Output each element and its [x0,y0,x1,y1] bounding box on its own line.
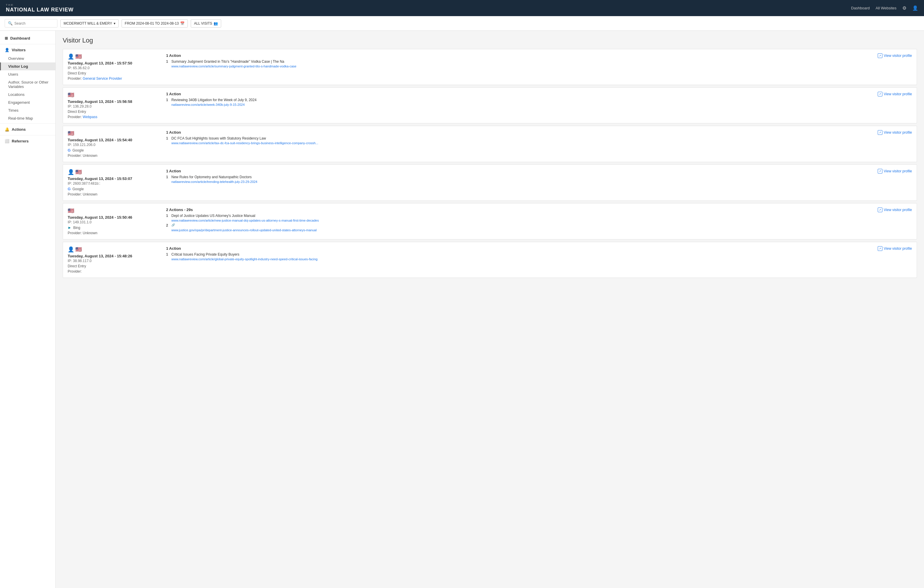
log-entry-left: 👤🇺🇸Tuesday, August 13, 2024 - 15:57:50IP… [68,53,162,81]
flag-icon: 🇺🇸 [75,53,82,60]
log-entry-middle: 1 Action1Summary Judgment Granted in Tit… [166,53,873,81]
log-action-item: 1New Rules for Optometry and Naturopathi… [166,175,873,179]
users-label: Users [8,72,18,76]
action-url[interactable]: www.natlawreview.com/article/summary-jud… [166,64,873,68]
sidebar-item-overview[interactable]: Overview [0,55,55,63]
action-number: 2 [166,223,170,228]
log-entry-left: 🇺🇸Tuesday, August 13, 2024 - 15:50:46IP:… [68,208,162,235]
company-filter-button[interactable]: MCDERMOTT WILL & EMERY ▾ [60,19,119,28]
visits-filter-button[interactable]: ALL VISITS 👥 [191,19,221,28]
action-number: 1 [166,59,170,64]
logo-name: NATIONAL LAW REVIEW [6,7,74,13]
realtime-map-label: Real-time Map [8,116,33,121]
action-title: Dept of Justice Updates US Attorney's Ju… [172,214,255,218]
log-entry-right: ↗ View visitor profile [878,130,912,158]
google-icon: G [68,187,71,191]
sidebar-item-locations[interactable]: Locations [0,91,55,99]
action-number: 1 [166,98,170,102]
view-visitor-profile-button[interactable]: ↗ View visitor profile [878,246,912,251]
entry-actions-count: 1 Action [166,130,873,135]
entry-flags: 🇺🇸 [68,208,162,214]
profile-icon: ↗ [878,53,883,58]
sidebar-item-dashboard[interactable]: ⊞ Dashboard [0,34,55,43]
entry-provider: Provider: Unknown [68,154,162,158]
person-icon: 👥 [214,21,218,25]
action-url-link[interactable]: natlawreview.com/article/trending-telehe… [172,180,257,183]
gear-icon[interactable]: ⚙ [903,5,906,11]
sidebar-item-users[interactable]: Users [0,70,55,78]
action-url-link[interactable]: www.justice.gov/opa/pr/department-justic… [172,228,317,232]
search-input[interactable] [14,21,54,25]
view-visitor-profile-button[interactable]: ↗ View visitor profile [878,92,912,96]
action-url[interactable]: www.natlawreview.com/article/new-justice… [166,219,873,222]
entry-actions-count: 1 Action [166,246,873,251]
nav-all-websites[interactable]: All Websites [876,6,896,10]
entry-datetime: Tuesday, August 13, 2024 - 15:53:07 [68,177,162,181]
flag-icon: 👤 [68,246,74,253]
provider-link[interactable]: Webpass [82,115,97,119]
profile-icon: ↗ [878,169,883,173]
sidebar-item-author-source[interactable]: Author, Source or Other Variables [0,78,55,91]
sidebar-item-realtime-map[interactable]: Real-time Map [0,114,55,122]
action-url-link[interactable]: www.natlawreview.com/article/new-justice… [172,219,319,222]
profile-icon: ↗ [878,208,883,212]
sidebar-item-times[interactable]: Times [0,106,55,114]
calendar-icon: 📅 [180,21,185,25]
date-filter-button[interactable]: FROM 2024-08-01 TO 2024-08-13 📅 [122,19,188,28]
sidebar-item-actions[interactable]: 🔔 Actions [0,125,55,134]
view-visitor-profile-button[interactable]: ↗ View visitor profile [878,130,912,135]
action-url[interactable]: www.natlawreview.com/article/tax-dc-fca-… [166,141,873,145]
view-profile-label: View visitor profile [884,130,912,135]
action-url[interactable]: www.natlawreview.com/article/global-priv… [166,258,873,261]
times-label: Times [8,108,18,112]
visits-filter-label: ALL VISITS [194,21,212,25]
entry-source: GGoogle [68,148,162,152]
sidebar-visitors-label: Visitors [12,48,25,52]
entry-datetime: Tuesday, August 13, 2024 - 15:57:50 [68,61,162,65]
log-entry: 🇺🇸Tuesday, August 13, 2024 - 15:56:58IP:… [63,88,917,124]
company-filter-label: MCDERMOTT WILL & EMERY [64,21,112,25]
entry-datetime: Tuesday, August 13, 2024 - 15:48:26 [68,254,162,258]
entry-provider: Provider: General Service Provider [68,76,162,81]
action-url-link[interactable]: www.natlawreview.com/article/global-priv… [172,258,318,261]
entry-provider: Provider: Unknown [68,192,162,197]
sidebar-item-engagement[interactable]: Engagement [0,99,55,106]
action-url-link[interactable]: www.natlawreview.com/article/tax-dc-fca-… [172,141,318,145]
action-url[interactable]: natlawreview.com/article/trending-telehe… [166,180,873,183]
author-source-label: Author, Source or Other Variables [8,80,48,89]
flag-icon: 👤 [68,169,74,175]
entry-flags: 👤🇺🇸 [68,53,162,60]
action-url[interactable]: natlawreview.com/article/week-340b-july-… [166,103,873,106]
user-icon[interactable]: 👤 [912,5,918,11]
sidebar-item-visitor-log[interactable]: Visitor Log [0,63,55,70]
entry-source: ►Bing [68,225,162,230]
view-visitor-profile-button[interactable]: ↗ View visitor profile [878,169,912,173]
action-url[interactable]: www.justice.gov/opa/pr/department-justic… [166,228,873,232]
entry-actions-count: 1 Action [166,92,873,96]
log-entry-right: ↗ View visitor profile [878,208,912,235]
entry-type: Direct Entry [68,110,162,114]
search-box[interactable]: 🔍 [5,19,58,28]
sidebar-item-visitors[interactable]: 👤 Visitors [0,45,55,55]
provider-link[interactable]: General Service Provider [82,76,122,81]
log-entry-left: 👤🇺🇸Tuesday, August 13, 2024 - 15:48:26IP… [68,246,162,274]
action-url-link[interactable]: www.natlawreview.com/article/summary-jud… [172,64,297,68]
log-entry-left: 🇺🇸Tuesday, August 13, 2024 - 15:54:40IP:… [68,130,162,158]
action-title: New Rules for Optometry and Naturopathic… [172,175,252,179]
entry-ip: IP: 149.101.1.0 [68,220,162,224]
entry-flags: 👤🇺🇸 [68,169,162,175]
view-visitor-profile-button[interactable]: ↗ View visitor profile [878,53,912,58]
log-action-item: 1Dept of Justice Updates US Attorney's J… [166,214,873,218]
view-profile-label: View visitor profile [884,246,912,251]
page-title: Visitor Log [63,36,917,44]
google-icon: G [68,148,71,152]
visitors-icon: 👤 [5,48,9,52]
nav-dashboard[interactable]: Dashboard [851,6,870,10]
action-url-link[interactable]: natlawreview.com/article/week-340b-july-… [172,103,245,106]
visitor-log-entries: 👤🇺🇸Tuesday, August 13, 2024 - 15:57:50IP… [63,49,917,278]
view-visitor-profile-button[interactable]: ↗ View visitor profile [878,208,912,212]
entry-type: Direct Entry [68,264,162,268]
sidebar-item-referrers[interactable]: ⬜ Referrers [0,137,55,146]
chevron-down-icon: ▾ [114,21,116,25]
header-nav: Dashboard All Websites ⚙ 👤 [851,5,918,11]
